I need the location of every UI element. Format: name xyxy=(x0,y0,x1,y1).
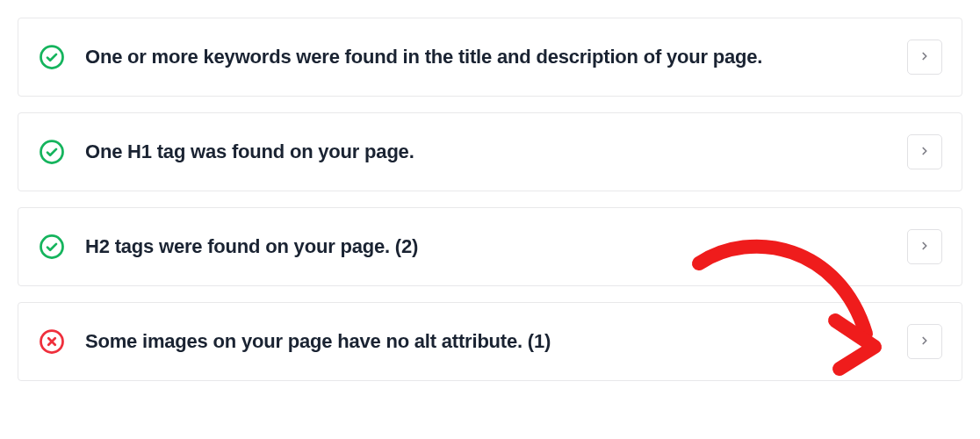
expand-button[interactable] xyxy=(907,229,942,264)
seo-audit-list: One or more keywords were found in the t… xyxy=(18,18,962,381)
audit-message: One or more keywords were found in the t… xyxy=(85,46,907,68)
expand-button[interactable] xyxy=(907,324,942,359)
audit-item: H2 tags were found on your page. (2) xyxy=(18,207,962,286)
check-circle-icon xyxy=(38,233,66,261)
expand-button[interactable] xyxy=(907,134,942,169)
check-circle-icon xyxy=(38,43,66,71)
chevron-right-icon xyxy=(919,50,931,65)
audit-item: Some images on your page have no alt att… xyxy=(18,302,962,381)
expand-button[interactable] xyxy=(907,40,942,75)
chevron-right-icon xyxy=(919,145,931,160)
chevron-right-icon xyxy=(919,240,931,255)
audit-item: One H1 tag was found on your page. xyxy=(18,112,962,191)
audit-message: One H1 tag was found on your page. xyxy=(85,140,907,163)
audit-message: Some images on your page have no alt att… xyxy=(85,330,907,353)
audit-message: H2 tags were found on your page. (2) xyxy=(85,235,907,258)
check-circle-icon xyxy=(38,138,66,166)
x-circle-icon xyxy=(38,327,66,356)
audit-item: One or more keywords were found in the t… xyxy=(18,18,962,97)
chevron-right-icon xyxy=(919,335,931,349)
